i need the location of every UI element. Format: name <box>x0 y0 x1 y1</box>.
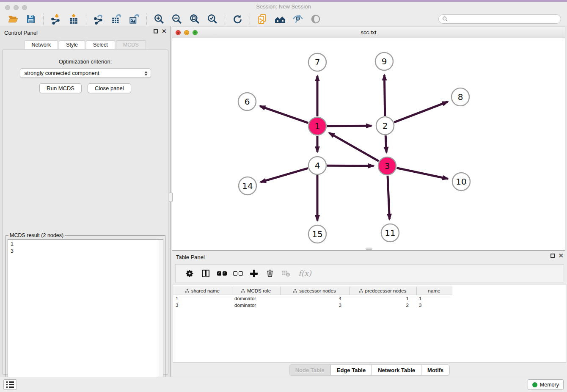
cell-MCDS-role[interactable]: dominator <box>232 302 280 309</box>
network-canvas[interactable]: 7968124314101511 <box>173 39 564 250</box>
mcds-result-group: MCDS result (2 nodes) 1 3 <box>6 235 165 392</box>
cell-MCDS-role[interactable]: dominator <box>232 295 280 302</box>
column-header-predecessor-nodes[interactable]: predecessor nodes <box>349 287 416 295</box>
toolbar-separator <box>146 14 147 25</box>
import-table-button[interactable] <box>68 13 80 25</box>
plus-icon <box>250 270 258 277</box>
tab-edge-table[interactable]: Edge Table <box>331 365 372 375</box>
import-network-icon <box>50 14 61 25</box>
open-session-button[interactable] <box>7 13 19 25</box>
node-table[interactable]: shared nameMCDS rolesuccessor nodesprede… <box>173 284 566 363</box>
tab-style[interactable]: Style <box>59 40 85 49</box>
cell-shared-name[interactable]: 1 <box>173 295 232 302</box>
close-panel-icon[interactable]: ✕ <box>161 29 167 33</box>
zoom-selected-icon <box>207 14 218 25</box>
window-title: Session: New Session <box>0 3 567 10</box>
panel-splitter-grip[interactable] <box>169 193 173 202</box>
deselect-all-columns-button[interactable] <box>232 268 243 279</box>
tab-network[interactable]: Network <box>24 40 58 49</box>
zoom-out-button[interactable] <box>171 13 183 25</box>
float-panel-icon[interactable] <box>154 29 158 33</box>
table-options-gear-button[interactable] <box>184 268 195 279</box>
edge-4-3[interactable] <box>327 166 374 166</box>
unchecked-box-icon <box>233 271 237 276</box>
criterion-dropdown[interactable]: strongly connected component <box>20 68 151 78</box>
float-table-panel-icon[interactable] <box>550 254 555 258</box>
cell-successor-nodes[interactable]: 3 <box>280 302 349 309</box>
cell-shared-name[interactable]: 3 <box>173 302 232 309</box>
tab-mcds[interactable]: MCDS <box>116 40 146 49</box>
delete-table-button[interactable] <box>281 268 292 279</box>
close-panel-button[interactable]: Close panel <box>88 83 131 93</box>
cell-filler <box>452 295 564 302</box>
show-graphics-details-button[interactable] <box>310 13 322 25</box>
tab-motifs[interactable]: Motifs <box>421 365 449 375</box>
column-layout-button[interactable] <box>200 268 211 279</box>
trash-icon <box>266 269 274 278</box>
column-header-name[interactable]: name <box>416 287 452 295</box>
close-table-panel-icon[interactable]: ✕ <box>558 254 564 258</box>
edge-2-9[interactable] <box>384 75 385 116</box>
cell-name[interactable]: 1 <box>416 295 452 302</box>
edge-3-1[interactable] <box>329 133 379 161</box>
column-header-MCDS-role[interactable]: MCDS role <box>232 287 280 295</box>
add-column-button[interactable] <box>248 268 259 279</box>
cell-predecessor-nodes[interactable]: 1 <box>349 295 416 302</box>
zoom-in-button[interactable] <box>153 13 165 25</box>
mcds-result-textarea[interactable]: 1 3 <box>8 239 163 392</box>
network-window-titlebar[interactable]: x − + scc.txt <box>172 27 565 38</box>
edge-3-11[interactable] <box>388 176 390 219</box>
hide-graphics-details-button[interactable] <box>292 13 304 25</box>
export-table-icon <box>111 14 122 25</box>
new-network-from-selection-button[interactable] <box>256 13 268 25</box>
export-table-button[interactable] <box>110 13 122 25</box>
import-network-button[interactable] <box>50 13 62 25</box>
edge-1-2[interactable] <box>327 126 372 126</box>
network-view-window: x − + scc.txt 7968124314101511 <box>172 27 565 251</box>
export-image-button[interactable] <box>128 13 140 25</box>
refresh-icon <box>232 14 242 24</box>
network-graph[interactable]: 7968124314101511 <box>173 39 564 250</box>
column-header-successor-nodes[interactable]: successor nodes <box>280 287 349 295</box>
attribute-icon <box>293 289 297 293</box>
result-scrollbar[interactable] <box>159 240 163 392</box>
task-history-button[interactable] <box>3 379 17 390</box>
edge-4-14[interactable] <box>261 168 308 182</box>
edge-2-8[interactable] <box>394 102 448 122</box>
mcds-result-text: 1 3 <box>11 240 14 255</box>
attribute-icon <box>241 289 245 293</box>
edge-1-6[interactable] <box>260 106 308 123</box>
apply-layout-button[interactable] <box>231 13 243 25</box>
save-session-button[interactable] <box>25 13 37 25</box>
cell-successor-nodes[interactable]: 4 <box>280 295 349 302</box>
cell-predecessor-nodes[interactable]: 2 <box>349 302 416 309</box>
checked-box-icon <box>217 271 221 276</box>
function-builder-button[interactable]: f(x) <box>297 268 311 279</box>
clone-network-icon <box>257 14 268 25</box>
cell-name[interactable]: 3 <box>416 302 452 309</box>
table-row[interactable]: 1dominator411 <box>173 295 564 302</box>
run-mcds-button[interactable]: Run MCDS <box>39 83 82 93</box>
edge-2-3[interactable] <box>385 135 386 152</box>
search-field[interactable] <box>438 14 561 24</box>
mcds-tab-content: Optimization criterion: strongly connect… <box>2 50 168 375</box>
table-row[interactable]: 3dominator323 <box>173 302 564 309</box>
delete-column-button[interactable] <box>264 268 275 279</box>
toolbar-separator <box>86 14 86 25</box>
export-network-button[interactable] <box>93 13 105 25</box>
zoom-selected-button[interactable] <box>206 13 218 25</box>
memory-button[interactable]: Memory <box>528 379 564 390</box>
canvas-resize-grip[interactable] <box>366 248 372 250</box>
edge-3-10[interactable] <box>397 168 448 179</box>
search-input[interactable] <box>448 15 561 23</box>
zoom-fit-button[interactable] <box>189 13 201 25</box>
select-all-columns-button[interactable] <box>216 268 227 279</box>
criterion-dropdown-value: strongly connected component <box>25 70 99 76</box>
tab-select[interactable]: Select <box>86 40 115 49</box>
table-panel: Table Panel ✕ f(x) shared nameMCDS roles <box>172 251 567 377</box>
first-neighbors-button[interactable] <box>274 13 286 25</box>
node-label-1: 1 <box>315 121 320 131</box>
tab-network-table[interactable]: Network Table <box>372 365 421 375</box>
tab-node-table[interactable]: Node Table <box>289 365 331 375</box>
column-header-shared-name[interactable]: shared name <box>173 287 232 295</box>
